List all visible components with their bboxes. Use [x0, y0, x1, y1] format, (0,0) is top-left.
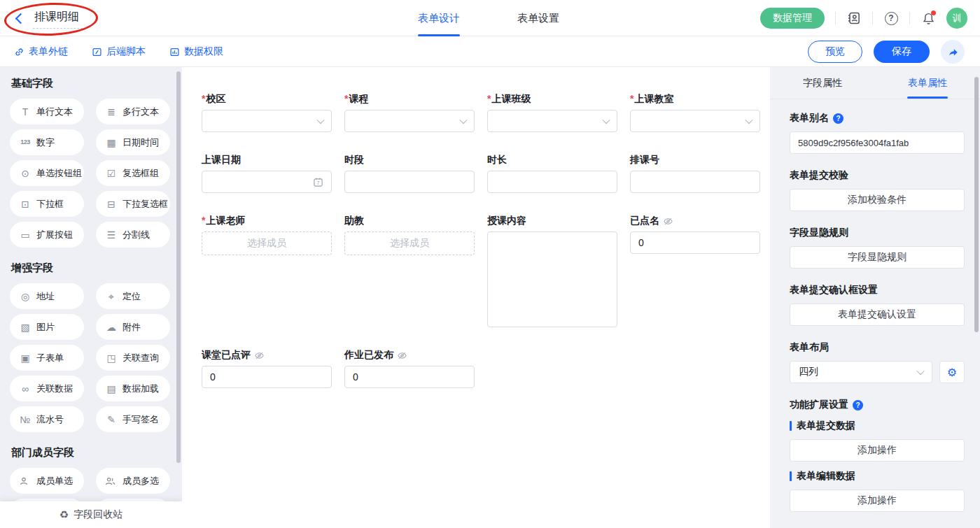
- linked-query-icon: ◳: [105, 353, 118, 363]
- field-type-radio-group[interactable]: ⊙单选按钮组: [10, 160, 84, 186]
- chevron-down-icon: [916, 367, 924, 375]
- extend-button-icon: ▭: [19, 230, 31, 240]
- visibility-rules-label: 字段显隐规则: [790, 227, 848, 239]
- data-load-icon: ▤: [105, 384, 118, 394]
- person-icon: [19, 476, 31, 486]
- lesson-content-textarea[interactable]: [487, 231, 617, 327]
- help-icon[interactable]: ?: [883, 10, 899, 26]
- submit-check-label: 表单提交校验: [790, 169, 848, 182]
- field-type-attachment[interactable]: ☁附件: [96, 314, 170, 340]
- classroom-select[interactable]: [630, 110, 760, 132]
- form-title[interactable]: 排课明细: [33, 8, 86, 29]
- field-type-image[interactable]: ▧图片: [10, 314, 84, 340]
- contacts-book-icon[interactable]: [846, 10, 862, 26]
- class-reviewed-input[interactable]: 0: [202, 366, 332, 388]
- submit-data-add-action-button[interactable]: 添加操作: [790, 439, 965, 462]
- link-icon: [14, 47, 24, 57]
- form-field-class-reviewed: 课堂已点评 0: [202, 348, 332, 388]
- homework-published-input[interactable]: 0: [344, 366, 475, 388]
- field-type-data-load[interactable]: ▤数据加载: [96, 376, 170, 401]
- field-type-multi-select[interactable]: ⊟下拉复选框: [96, 191, 170, 217]
- form-external-link[interactable]: 表单外链: [14, 45, 68, 58]
- backend-script-link[interactable]: 后端脚本: [92, 45, 146, 58]
- edit-data-add-action-button[interactable]: 添加操作: [790, 490, 965, 512]
- field-type-location[interactable]: ⌖定位: [96, 283, 170, 309]
- field-type-extend-button[interactable]: ▭扩展按钮: [10, 222, 84, 248]
- data-permission-link[interactable]: 数据权限: [169, 45, 223, 58]
- field-type-serial-number[interactable]: №流水号: [10, 406, 84, 432]
- form-alias-input[interactable]: [790, 131, 965, 154]
- form-field-course: 课程: [344, 92, 475, 132]
- layout-select[interactable]: 四列: [790, 361, 932, 383]
- field-recycle-bin[interactable]: ♻ 字段回收站: [0, 501, 182, 528]
- share-button[interactable]: [941, 40, 965, 64]
- notification-bell-icon[interactable]: [920, 10, 936, 26]
- schedule-no-input[interactable]: [630, 171, 760, 193]
- time-slot-input[interactable]: [344, 171, 475, 193]
- persons-icon: [105, 476, 118, 486]
- sidebar-scrollbar[interactable]: [176, 71, 181, 463]
- location-target-icon: ⌖: [105, 292, 118, 301]
- field-type-multi-line-text[interactable]: ≣多行文本: [96, 99, 170, 124]
- field-type-divider[interactable]: ☰分割线: [96, 222, 170, 248]
- attendance-done-input[interactable]: 0: [630, 231, 760, 254]
- field-type-address[interactable]: ◎地址: [10, 283, 84, 309]
- gear-icon: ⚙: [947, 366, 957, 379]
- alias-help-icon[interactable]: ?: [833, 113, 844, 124]
- field-type-select[interactable]: ⊡下拉框: [10, 191, 84, 217]
- save-button[interactable]: 保存: [874, 41, 930, 63]
- submit-confirm-label: 表单提交确认框设置: [790, 284, 878, 297]
- back-icon[interactable]: [15, 13, 27, 24]
- field-type-subform[interactable]: ▣子表单: [10, 345, 84, 371]
- form-field-class-date: 上课日期 7: [202, 153, 332, 193]
- form-field-classroom: 上课教室: [630, 92, 760, 132]
- teacher-member-picker[interactable]: 选择成员: [202, 231, 332, 255]
- image-icon: ▧: [19, 322, 31, 332]
- tab-field-properties[interactable]: 字段属性: [770, 67, 875, 99]
- duration-input[interactable]: [487, 171, 617, 193]
- user-avatar[interactable]: 训: [946, 8, 967, 29]
- linked-data-icon: ∞: [19, 384, 31, 394]
- field-type-number[interactable]: 123数字: [10, 129, 84, 155]
- submit-confirm-button[interactable]: 表单提交确认设置: [790, 304, 965, 326]
- assistant-member-picker[interactable]: 选择成员: [344, 231, 475, 255]
- extension-help-icon[interactable]: ?: [853, 400, 863, 411]
- form-field-homework-published: 作业已发布 0: [344, 348, 475, 388]
- tab-form-properties[interactable]: 表单属性: [875, 67, 980, 99]
- form-field-assistant: 助教 选择成员: [344, 214, 475, 255]
- permission-icon: [169, 47, 180, 57]
- field-type-linked-query[interactable]: ◳关联查询: [96, 345, 170, 371]
- campus-select[interactable]: [202, 110, 332, 132]
- layout-gear-button[interactable]: ⚙: [939, 361, 965, 383]
- form-field-time-slot: 时段: [344, 153, 475, 193]
- extension-settings-label: 功能扩展设置: [790, 399, 848, 411]
- calendar-icon: ▦: [105, 138, 118, 148]
- field-type-single-line-text[interactable]: T单行文本: [10, 99, 84, 124]
- tab-form-design[interactable]: 表单设计: [418, 0, 460, 36]
- section-title-basic: 基础字段: [11, 77, 182, 90]
- chevron-down-icon: [602, 116, 610, 124]
- radio-icon: ⊙: [19, 169, 31, 178]
- eye-hidden-icon: [254, 350, 265, 361]
- field-type-datetime[interactable]: ▦日期时间: [96, 129, 170, 155]
- field-type-linked-data[interactable]: ∞关联数据: [10, 376, 84, 401]
- preview-button[interactable]: 预览: [808, 41, 862, 63]
- add-check-condition-button[interactable]: 添加校验条件: [790, 189, 965, 211]
- class-select[interactable]: [487, 110, 617, 132]
- subform-icon: ▣: [19, 353, 31, 363]
- panel-scrollbar[interactable]: [974, 77, 979, 332]
- chevron-down-icon: [745, 116, 752, 124]
- course-select[interactable]: [344, 110, 475, 132]
- chevron-down-icon: [316, 116, 324, 124]
- tab-form-settings[interactable]: 表单设置: [517, 0, 559, 36]
- form-field-campus: 校区: [202, 92, 332, 132]
- field-type-checkbox-group[interactable]: ☑复选框组: [96, 160, 170, 186]
- properties-panel: 字段属性 表单属性 表单别名? 表单提交校验 添加校验条件 字段显隐规则 字段显…: [770, 67, 980, 528]
- field-type-member-multi[interactable]: 成员多选: [96, 468, 170, 494]
- field-type-member-single[interactable]: 成员单选: [10, 468, 84, 494]
- field-type-signature[interactable]: ✎手写签名: [96, 406, 170, 432]
- divider: [909, 12, 910, 24]
- class-date-input[interactable]: 7: [202, 171, 332, 193]
- visibility-rules-button[interactable]: 字段显隐规则: [790, 246, 965, 269]
- data-manage-button[interactable]: 数据管理: [760, 8, 825, 29]
